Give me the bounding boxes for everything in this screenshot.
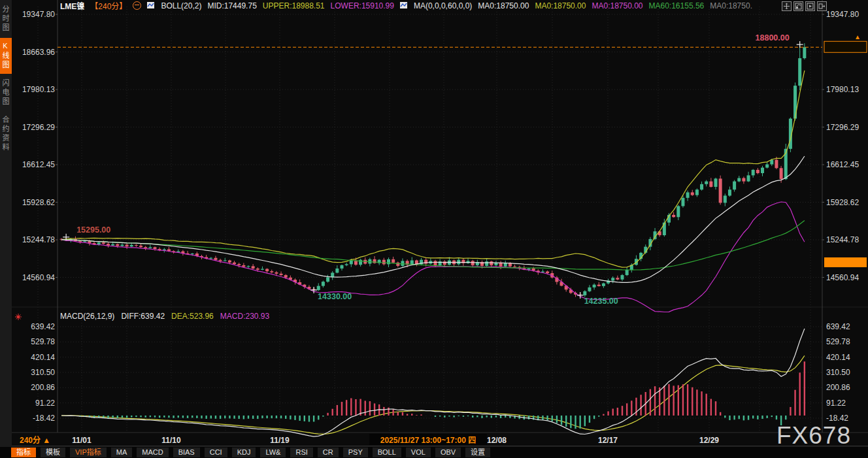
- ma0-value-2: MA0:18750.00: [535, 1, 586, 10]
- macd-header: MACD(26,12,9) DIFF:639.42 DEA:523.96 MAC…: [60, 312, 269, 321]
- macd-axis-label-right: 639.42: [826, 322, 850, 331]
- extreme-cross-marker: [797, 41, 803, 48]
- ma0-value-5: MA0:18750.: [710, 1, 752, 10]
- indicator-toolbar: 指标模板VIP指标MAMACDBIASCCIKDJLW&RSICRPSYBOLL…: [0, 446, 868, 458]
- macd-axis-label-left: 310.50: [31, 368, 55, 377]
- sidebar-item-kline-chart[interactable]: K线图: [0, 38, 12, 74]
- annotation-layer: 15295.0014330.0014235.0018800.00: [58, 33, 867, 306]
- price-up-arrow-icon: ▲: [854, 33, 861, 41]
- period-label: 【240分】: [90, 0, 127, 11]
- extreme-price-label: 15295.00: [76, 225, 110, 235]
- y-axis-label-left: 17296.29: [22, 123, 55, 132]
- macd-axis-label-right: 200.86: [826, 383, 850, 392]
- collapse-icon[interactable]: [133, 1, 141, 10]
- macd-axis-label-left: 639.42: [31, 322, 55, 331]
- pan-icon[interactable]: [782, 1, 792, 11]
- toolbar-button-14[interactable]: OBV: [435, 448, 461, 457]
- toolbar-button-12[interactable]: BOLL: [373, 448, 401, 457]
- toolbar-button-8[interactable]: LW&: [260, 448, 286, 457]
- toolbar-button-13[interactable]: VOL: [406, 448, 431, 457]
- y-axis-label-right: 17980.13: [826, 85, 859, 94]
- boll-mid-value: MID:17449.75: [207, 1, 256, 10]
- macd-axis-label-right: 91.22: [826, 399, 846, 408]
- toolbar-button-1[interactable]: 模板: [41, 448, 65, 457]
- axis-layer: 19347.8018663.9617980.1317296.2916612.45…: [20, 10, 861, 445]
- grid-layer: [0, 0, 868, 446]
- boll-mid-line: [61, 156, 805, 282]
- y-axis-label-right: 15244.78: [826, 235, 859, 244]
- macd-axis-label-left: 420.14: [31, 353, 55, 362]
- boll-label: BOLL(20,2): [161, 1, 201, 10]
- toolbar-button-0[interactable]: 指标: [11, 448, 36, 457]
- boll-upper-line: [61, 71, 805, 267]
- macd-label: MACD(26,12,9): [60, 312, 114, 321]
- y-axis-label-right: 17296.29: [826, 123, 859, 132]
- y-axis-label-left: 16612.45: [22, 160, 55, 169]
- boll-upper-value: UPPER:18988.51: [263, 1, 325, 10]
- indicator-marker-icon[interactable]: [14, 312, 22, 323]
- macd-axis-label-right: 420.14: [826, 353, 850, 362]
- sidebar-item-contract-info[interactable]: 合约资料: [0, 112, 12, 156]
- toolbar-button-15[interactable]: 设置: [465, 448, 490, 457]
- y-axis-label-left: 19347.80: [22, 10, 55, 19]
- sidebar: 分时图 K线图 闪电图 合约资料: [0, 0, 12, 447]
- time-axis-label: 11/01: [72, 436, 92, 445]
- time-axis-current-label: 2025/11/27 13:00~17:00 四: [380, 436, 476, 445]
- macd-macd-value: MACD:230.93: [220, 312, 269, 321]
- current-price-badge: [824, 41, 867, 52]
- ma60-value: MA60:16155.56: [649, 1, 705, 10]
- chart-canvas[interactable]: 19347.8018663.9617980.1317296.2916612.45…: [0, 0, 868, 446]
- extreme-price-label: 18800.00: [756, 33, 790, 42]
- macd-axis-label-right: 529.78: [826, 337, 850, 346]
- ma0-value-1: MA0:18750.00: [478, 1, 529, 10]
- macd-axis-label-left: 529.78: [31, 337, 55, 346]
- y-axis-label-left: 15928.62: [22, 198, 55, 207]
- sidebar-item-flash-chart[interactable]: 闪电图: [0, 75, 12, 110]
- toolbar-button-9[interactable]: RSI: [290, 448, 312, 457]
- macd-dea-value: DEA:523.96: [171, 312, 214, 321]
- toolbar-button-7[interactable]: KDJ: [232, 448, 256, 457]
- toolbar-button-11[interactable]: PSY: [343, 448, 368, 457]
- toolbar-button-6[interactable]: CCI: [205, 448, 227, 457]
- header-icon-group: [782, 1, 827, 11]
- boll-indicator-icon[interactable]: [147, 2, 155, 9]
- ma-label: MA(0,0,0,60,0,0): [414, 1, 472, 10]
- period-footer-label: 240分 ▲: [20, 435, 50, 445]
- ma-indicator-icon[interactable]: [400, 2, 408, 9]
- toolbar-button-2[interactable]: VIP指标: [70, 448, 107, 457]
- toolbar-button-4[interactable]: MACD: [137, 448, 168, 457]
- y-axis-label-left: 18663.96: [22, 48, 55, 57]
- time-axis-label: 11/19: [270, 436, 290, 445]
- macd-axis-label-left: -18.42: [33, 414, 55, 423]
- time-axis-label: 12/29: [699, 436, 719, 445]
- macd-axis-label-left: 200.86: [31, 383, 55, 392]
- y-axis-label-right: 14560.94: [826, 273, 859, 282]
- sidebar-item-timeline-chart[interactable]: 分时图: [0, 1, 12, 37]
- chart-window-icon[interactable]: [793, 1, 803, 11]
- ma0-value-3: MA0:18750.00: [592, 1, 643, 10]
- y-axis-label-left: 15244.78: [22, 235, 55, 244]
- y-axis-label-left: 17980.13: [22, 85, 55, 94]
- toolbar-button-10[interactable]: CR: [318, 448, 339, 457]
- toolbar-button-5[interactable]: BIAS: [173, 448, 200, 457]
- symbol-name: LME镍: [60, 0, 84, 11]
- extreme-cross-marker: [310, 287, 317, 293]
- y-axis-label-right: 15928.62: [826, 198, 859, 207]
- extreme-price-label: 14235.00: [584, 297, 618, 306]
- y-axis-label-right: 19347.80: [826, 10, 859, 19]
- session-price-badge: [824, 257, 867, 267]
- macd-diff-value: DIFF:639.42: [121, 312, 165, 321]
- y-axis-label-left: 14560.94: [22, 273, 55, 282]
- candlestick-series: [60, 43, 807, 434]
- macd-axis-label-left: 91.22: [35, 399, 55, 408]
- chart-header: LME镍 【240分】 BOLL(20,2) MID:17449.75 UPPE…: [60, 1, 752, 10]
- exit-icon[interactable]: [817, 1, 827, 11]
- toolbar-button-3[interactable]: MA: [111, 448, 133, 457]
- chart-play-icon[interactable]: [805, 1, 815, 11]
- macd-axis-label-right: -18.42: [826, 414, 848, 423]
- extreme-price-label: 14330.00: [318, 292, 352, 301]
- fx678-watermark: FX678: [776, 422, 851, 450]
- app-window: 19347.8018663.9617980.1317296.2916612.45…: [0, 0, 868, 458]
- boll-lower-line: [61, 202, 805, 312]
- boll-lower-value: LOWER:15910.99: [331, 1, 394, 10]
